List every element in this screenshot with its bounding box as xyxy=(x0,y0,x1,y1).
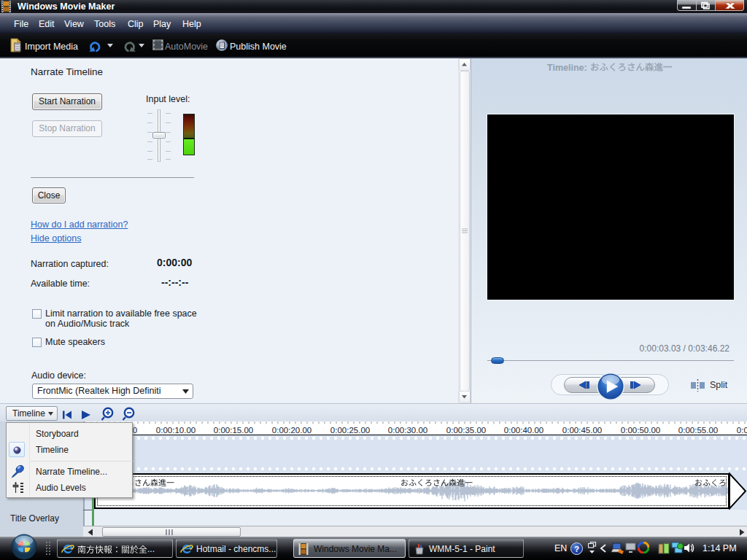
svg-text:?: ? xyxy=(574,545,579,553)
